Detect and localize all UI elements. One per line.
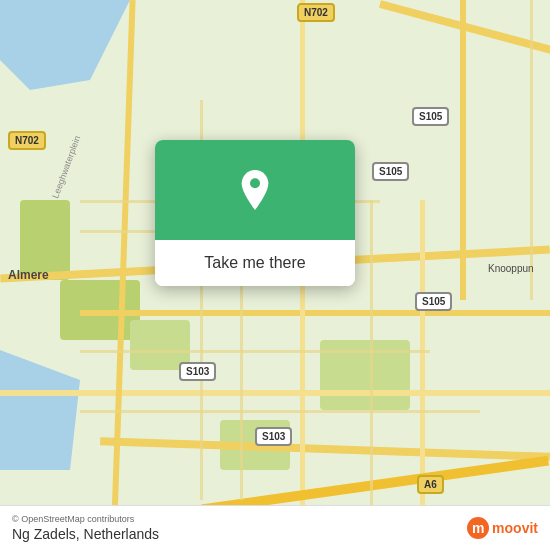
badge-a6: A6 (417, 475, 444, 494)
copyright-text: © OpenStreetMap contributors (12, 514, 159, 524)
badge-s105-1: S105 (412, 107, 449, 126)
badge-s105-3: S105 (415, 292, 452, 311)
road-vertical-4 (460, 0, 466, 300)
grid-road-v3 (370, 200, 373, 550)
take-me-there-button[interactable]: Take me there (155, 240, 355, 286)
bottom-bar: © OpenStreetMap contributors Ng Zadels, … (0, 505, 550, 550)
badge-s103-1: S103 (179, 362, 216, 381)
grid-road-v4 (530, 0, 533, 300)
green-area-2 (20, 200, 70, 280)
badge-s105-2: S105 (372, 162, 409, 181)
badge-n702-left: N702 (8, 131, 46, 150)
moovit-logo: m moovit (467, 517, 538, 539)
svg-point-0 (250, 178, 260, 188)
road-horizontal-2 (80, 310, 550, 316)
popup-map-area (155, 140, 355, 240)
bottom-left: © OpenStreetMap contributors Ng Zadels, … (12, 514, 159, 542)
badge-s103-2: S103 (255, 427, 292, 446)
location-name: Ng Zadels, Netherlands (12, 526, 159, 542)
popup-card: Take me there (155, 140, 355, 286)
badge-n702-top: N702 (297, 3, 335, 22)
moovit-text: moovit (492, 520, 538, 536)
grid-road-h3 (80, 350, 430, 353)
road-horizontal-3 (0, 390, 550, 396)
moovit-m-icon: m (467, 517, 489, 539)
map-container: N702 N702 S105 S105 S105 S103 S103 A6 Al… (0, 0, 550, 550)
location-pin-icon (235, 170, 275, 210)
road-vertical-3 (420, 200, 425, 550)
grid-road-h4 (80, 410, 480, 413)
